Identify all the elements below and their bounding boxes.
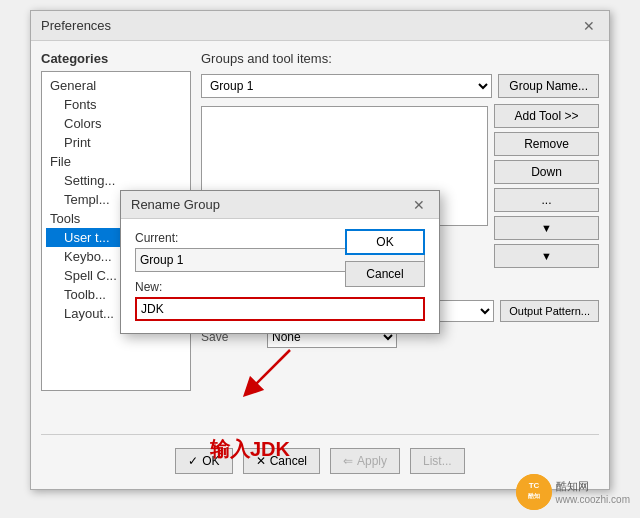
rename-dialog: Rename Group ✕ Current: New: OK Cancel <box>120 190 440 334</box>
buttons-column: Add Tool >> Remove Down ... ▼ ▼ <box>494 104 599 268</box>
checkmark-icon: ✓ <box>188 454 198 468</box>
dialog-close-button[interactable]: ✕ <box>409 197 429 213</box>
sidebar-item-general[interactable]: General <box>46 76 186 95</box>
window-title: Preferences <box>41 18 111 33</box>
apply-label: Apply <box>357 454 387 468</box>
watermark-name: 酷知网 <box>556 479 630 494</box>
group-name-button[interactable]: Group Name... <box>498 74 599 98</box>
title-bar: Preferences ✕ <box>31 11 609 41</box>
sidebar-item-settings[interactable]: Setting... <box>46 171 186 190</box>
remove-button[interactable]: Remove <box>494 132 599 156</box>
arrow-icon: ⇐ <box>343 454 353 468</box>
list-button[interactable]: List... <box>410 448 465 474</box>
new-input[interactable] <box>135 297 425 321</box>
watermark-url: www.coozhi.com <box>556 494 630 505</box>
watermark-text-area: 酷知网 www.coozhi.com <box>556 479 630 505</box>
watermark: TC 酷知 酷知网 www.coozhi.com <box>516 474 630 510</box>
bottom-bar: ✓ OK ✕ Cancel ⇐ Apply List... <box>41 434 599 479</box>
groups-label: Groups and tool items: <box>201 51 599 66</box>
categories-label: Categories <box>41 51 191 66</box>
list-label: List... <box>423 454 452 468</box>
sidebar-item-fonts[interactable]: Fonts <box>46 95 186 114</box>
svg-point-2 <box>516 474 552 510</box>
sidebar-item-print[interactable]: Print <box>46 133 186 152</box>
dialog-buttons: OK Cancel <box>345 229 425 287</box>
dialog-title-bar: Rename Group ✕ <box>121 191 439 219</box>
down-button[interactable]: Down <box>494 160 599 184</box>
arrow-down-btn-2[interactable]: ▼ <box>494 244 599 268</box>
svg-text:TC: TC <box>528 481 539 490</box>
apply-button[interactable]: ⇐ Apply <box>330 448 400 474</box>
groups-row: Group 1 Group Name... <box>201 74 599 98</box>
output-pattern-button[interactable]: Output Pattern... <box>500 300 599 322</box>
dialog-cancel-button[interactable]: Cancel <box>345 261 425 287</box>
add-tool-button[interactable]: Add Tool >> <box>494 104 599 128</box>
watermark-logo: TC 酷知 <box>516 474 552 510</box>
groups-dropdown[interactable]: Group 1 <box>201 74 492 98</box>
arrow-down-btn-1[interactable]: ▼ <box>494 216 599 240</box>
sidebar-item-colors[interactable]: Colors <box>46 114 186 133</box>
dialog-ok-button[interactable]: OK <box>345 229 425 255</box>
sidebar-item-file[interactable]: File <box>46 152 186 171</box>
svg-text:酷知: 酷知 <box>528 492 540 499</box>
dialog-title: Rename Group <box>131 197 220 212</box>
window-close-button[interactable]: ✕ <box>579 18 599 34</box>
more-button[interactable]: ... <box>494 188 599 212</box>
annotation-text: 输入JDK <box>210 436 290 463</box>
